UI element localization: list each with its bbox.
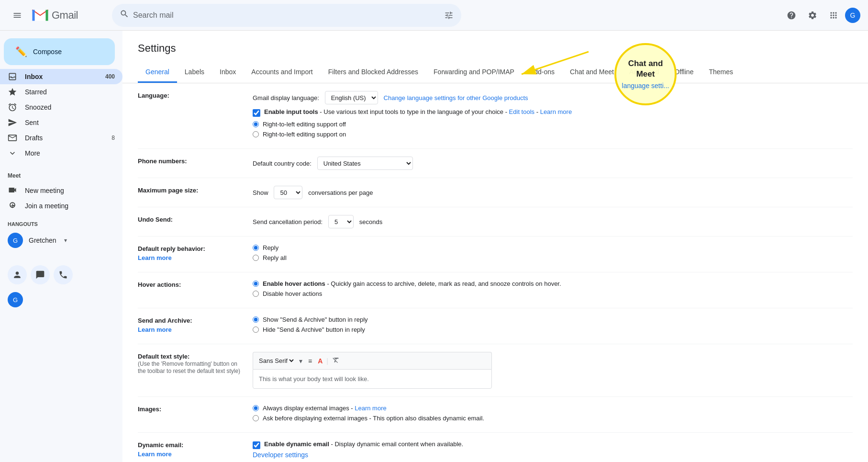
hide-send-archive-radio[interactable] bbox=[253, 327, 259, 333]
rtl-off-row: Right-to-left editing support off bbox=[253, 121, 853, 128]
ask-before-row: Ask before displaying external images - … bbox=[253, 415, 853, 422]
join-meeting-item[interactable]: Join a meeting bbox=[0, 198, 122, 214]
hangout-person[interactable]: G Gretchen ▾ bbox=[8, 231, 115, 250]
conversations-text: conversations per page bbox=[308, 189, 373, 196]
font-separator: ▾ bbox=[299, 357, 302, 365]
settings-tabs: General Labels Inbox Accounts and Import… bbox=[122, 62, 868, 83]
text-toolbar: Sans Serif ▾ ≡ A | bbox=[253, 352, 492, 369]
reply-radio-row: Reply bbox=[253, 244, 853, 251]
sidebar-item-inbox[interactable]: Inbox 400 bbox=[0, 69, 122, 84]
sidebar-item-more[interactable]: More bbox=[0, 146, 122, 161]
zoom-label: Chat and Meet bbox=[620, 58, 671, 79]
app-title: Gmail bbox=[52, 9, 78, 22]
search-tune[interactable] bbox=[444, 11, 454, 20]
developer-settings-link[interactable]: Developer settings bbox=[253, 451, 308, 459]
page-size-label: Maximum page size: bbox=[138, 186, 253, 194]
settings-button[interactable] bbox=[803, 6, 822, 25]
phone-control: Default country code: United States bbox=[253, 157, 853, 170]
tab-accounts[interactable]: Accounts and Import bbox=[244, 62, 320, 83]
tab-forwarding[interactable]: Forwarding and POP/IMAP bbox=[426, 62, 522, 83]
rtl-off-label: Right-to-left editing support off bbox=[263, 121, 346, 128]
hangout-name: Gretchen bbox=[29, 237, 56, 244]
tab-inbox[interactable]: Inbox bbox=[212, 62, 244, 83]
always-display-radio[interactable] bbox=[253, 405, 259, 411]
tab-chat[interactable]: Chat and Meet bbox=[562, 62, 622, 83]
font-select[interactable]: Sans Serif bbox=[257, 357, 295, 365]
tab-themes[interactable]: Themes bbox=[701, 62, 741, 83]
rtl-on-radio[interactable] bbox=[253, 131, 259, 137]
gmail-logo: Gmail bbox=[31, 9, 78, 22]
edit-tools-link[interactable]: Edit tools bbox=[509, 108, 534, 115]
images-label: Images: bbox=[138, 405, 253, 413]
enable-hover-radio[interactable] bbox=[253, 281, 259, 287]
apps-button[interactable] bbox=[824, 6, 843, 25]
default-reply-learn-more[interactable]: Learn more bbox=[138, 254, 172, 261]
topbar: Gmail G bbox=[0, 0, 868, 31]
hover-actions-label: Hover actions: bbox=[138, 280, 253, 288]
reply-all-radio[interactable] bbox=[253, 255, 259, 261]
show-send-archive-radio[interactable] bbox=[253, 316, 259, 323]
undo-send-row: Undo Send: Send cancellation period: 5 1… bbox=[138, 207, 853, 237]
phone-select[interactable]: United States bbox=[317, 157, 413, 170]
sent-label: Sent bbox=[25, 119, 115, 126]
language-select[interactable]: English (US) bbox=[325, 91, 378, 104]
zoom-overlay: Chat and Meet language setti... bbox=[614, 43, 677, 105]
dynamic-email-learn-more[interactable]: Learn more bbox=[138, 451, 172, 458]
undo-send-select[interactable]: 5 10 20 30 bbox=[328, 215, 354, 228]
reply-all-radio-row: Reply all bbox=[253, 254, 853, 261]
main-layout: ✏️ Compose Inbox 400 Starred Snoozed bbox=[0, 31, 868, 462]
help-button[interactable] bbox=[782, 6, 801, 25]
dynamic-email-control: Enable dynamic email - Display dynamic e… bbox=[253, 440, 853, 459]
ask-before-radio[interactable] bbox=[253, 415, 259, 421]
new-meeting-item[interactable]: New meeting bbox=[0, 183, 122, 198]
search-input[interactable] bbox=[133, 11, 440, 20]
remove-format-button[interactable] bbox=[330, 354, 342, 367]
compose-button[interactable]: ✏️ Compose bbox=[4, 38, 115, 65]
rtl-on-label: Right-to-left editing support on bbox=[263, 131, 346, 138]
format-button[interactable]: ≡ bbox=[306, 355, 314, 367]
new-meeting-icon bbox=[8, 185, 17, 196]
hangouts-section: Hangouts G Gretchen ▾ bbox=[0, 217, 122, 254]
search-bar[interactable] bbox=[112, 4, 461, 27]
settings-chat-button[interactable] bbox=[31, 265, 50, 284]
disable-hover-label: Disable hover actions bbox=[263, 290, 322, 297]
cancellation-text: Send cancellation period: bbox=[253, 218, 323, 225]
starred-icon bbox=[8, 87, 17, 97]
phone-button[interactable] bbox=[54, 265, 73, 284]
input-tools-desc: - Use various text input tools to type i… bbox=[320, 108, 507, 115]
show-send-archive-label: Show "Send & Archive" button in reply bbox=[263, 316, 368, 323]
hamburger-button[interactable] bbox=[8, 6, 27, 25]
add-person-button[interactable] bbox=[8, 265, 27, 284]
send-archive-learn-more[interactable]: Learn more bbox=[138, 326, 172, 333]
tab-labels[interactable]: Labels bbox=[177, 62, 212, 83]
phone-description: Default country code: bbox=[253, 160, 312, 167]
tab-filters[interactable]: Filters and Blocked Addresses bbox=[321, 62, 426, 83]
sidebar-item-snoozed[interactable]: Snoozed bbox=[0, 100, 122, 115]
drafts-count: 8 bbox=[111, 135, 115, 141]
text-color-button[interactable]: A bbox=[316, 355, 324, 367]
sidebar-item-starred[interactable]: Starred bbox=[0, 84, 122, 100]
sidebar-item-drafts[interactable]: Drafts 8 bbox=[0, 130, 122, 146]
images-learn-more[interactable]: Learn more bbox=[355, 405, 386, 412]
reply-radio[interactable] bbox=[253, 245, 259, 251]
rtl-on-row: Right-to-left editing support on bbox=[253, 131, 853, 138]
change-language-link[interactable]: Change language settings for other Googl… bbox=[384, 94, 528, 101]
learn-more-tools-link[interactable]: Learn more bbox=[540, 108, 572, 115]
disable-hover-radio[interactable] bbox=[253, 291, 259, 297]
input-tools-row: Enable input tools - Use various text in… bbox=[253, 108, 853, 117]
tab-addons[interactable]: Add-ons bbox=[522, 62, 562, 83]
extra-avatar-circle[interactable]: G bbox=[8, 292, 23, 307]
sidebar-item-sent[interactable]: Sent bbox=[0, 115, 122, 130]
tab-general[interactable]: General bbox=[138, 62, 177, 83]
dynamic-email-checkbox[interactable] bbox=[253, 441, 260, 449]
input-tools-checkbox[interactable] bbox=[253, 109, 260, 117]
extra-avatar: G bbox=[0, 288, 122, 311]
user-avatar[interactable]: G bbox=[845, 8, 860, 23]
input-tools-strong: Enable input tools bbox=[264, 108, 318, 115]
hover-actions-control: Enable hover actions - Quickly gain acce… bbox=[253, 280, 853, 300]
hangouts-title: Hangouts bbox=[8, 221, 115, 227]
page-size-select[interactable]: 50 25 100 bbox=[274, 186, 302, 199]
default-text-control: Sans Serif ▾ ≡ A | This is what your bod… bbox=[253, 352, 853, 389]
search-icon bbox=[120, 9, 129, 21]
rtl-off-radio[interactable] bbox=[253, 121, 259, 127]
